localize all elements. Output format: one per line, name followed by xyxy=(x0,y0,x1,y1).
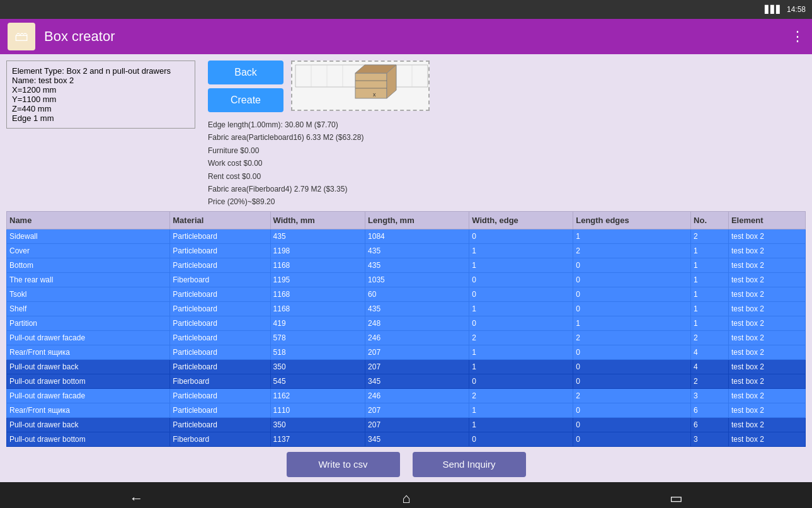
table-cell: test box 2 xyxy=(728,403,805,417)
table-cell: Sidewall xyxy=(7,229,170,243)
table-cell: 419 xyxy=(270,316,365,330)
table-cell: 2 xyxy=(469,330,573,345)
write-csv-button[interactable]: Write to csv xyxy=(287,452,400,477)
y-dim: Y=1100 mm xyxy=(12,95,190,104)
table-cell: 0 xyxy=(469,316,573,330)
col-width-mm: Width, mm xyxy=(270,211,365,229)
table-cell: 1 xyxy=(691,287,729,301)
signal-icon: ▋▋▋ xyxy=(765,5,782,14)
create-button[interactable]: Create xyxy=(208,88,283,112)
table-cell: 1195 xyxy=(270,272,365,287)
nav-back-button[interactable]: ← xyxy=(129,490,143,507)
table-row[interactable]: Pull-out drawer backParticleboard3502071… xyxy=(7,359,806,374)
table-cell: test box 2 xyxy=(728,330,805,345)
svg-rect-11 xyxy=(355,73,387,98)
table-cell: 207 xyxy=(365,345,469,359)
table-cell: 2 xyxy=(691,330,729,345)
table-cell: 1 xyxy=(691,243,729,258)
table-cell: 2 xyxy=(573,243,691,258)
box-preview-svg: x xyxy=(291,61,430,111)
table-cell: The rear wall xyxy=(7,272,170,287)
table-cell: Cover xyxy=(7,243,170,258)
table-cell: 1198 xyxy=(270,243,365,258)
table-row[interactable]: Rear/Front ящикаParticleboard1110207106t… xyxy=(7,403,806,417)
table-cell: 1137 xyxy=(270,432,365,446)
table-row[interactable]: Pull-out drawer facadeParticleboard11622… xyxy=(7,388,806,403)
table-cell: 578 xyxy=(270,330,365,345)
table-row[interactable]: ShelfParticleboard1168435101test box 2 xyxy=(7,301,806,316)
table-cell: 435 xyxy=(365,258,469,272)
table-row[interactable]: The rear wallFiberboard11951035001test b… xyxy=(7,272,806,287)
table-cell: 4 xyxy=(691,359,729,374)
table-row[interactable]: BottomParticleboard1168435101test box 2 xyxy=(7,258,806,272)
cost-edge: Edge length(1.00mm): 30.80 M ($7.70) xyxy=(208,118,430,131)
table-cell: 435 xyxy=(270,229,365,243)
table-cell: 1 xyxy=(573,229,691,243)
table-row[interactable]: CoverParticleboard1198435121test box 2 xyxy=(7,243,806,258)
table-cell: test box 2 xyxy=(728,345,805,359)
col-length-edges: Length edges xyxy=(573,211,691,229)
table-cell: test box 2 xyxy=(728,432,805,446)
table-cell: test box 2 xyxy=(728,301,805,316)
z-dim: Z=440 mm xyxy=(12,104,190,113)
table-cell: 545 xyxy=(270,374,365,388)
back-button[interactable]: Back xyxy=(208,61,283,84)
table-cell: Rear/Front ящика xyxy=(7,345,170,359)
table-cell: Particleboard xyxy=(170,258,270,272)
table-row[interactable]: SidewallParticleboard4351084012test box … xyxy=(7,229,806,243)
table-cell: 1168 xyxy=(270,258,365,272)
element-type: Element Type: Box 2 and n pull-out drawe… xyxy=(12,66,190,76)
table-cell: 345 xyxy=(365,432,469,446)
nav-recent-button[interactable]: ▭ xyxy=(670,490,683,507)
table-cell: Pull-out drawer bottom xyxy=(7,374,170,388)
table-cell: Fiberboard xyxy=(170,432,270,446)
table-cell: Fiberboard xyxy=(170,272,270,287)
right-panel: Back Create xyxy=(208,61,430,209)
svg-text:x: x xyxy=(373,91,376,98)
col-no: No. xyxy=(691,211,729,229)
table-cell: 207 xyxy=(365,359,469,374)
table-cell: Pull-out drawer back xyxy=(7,359,170,374)
table-cell: 2 xyxy=(691,374,729,388)
table-cell: 0 xyxy=(573,432,691,446)
table-cell: 0 xyxy=(469,229,573,243)
table-cell: Particleboard xyxy=(170,388,270,403)
table-cell: 6 xyxy=(691,417,729,432)
table-cell: 1084 xyxy=(365,229,469,243)
table-cell: 1 xyxy=(691,316,729,330)
table-cell: 1 xyxy=(469,345,573,359)
table-cell: Particleboard xyxy=(170,345,270,359)
table-cell: 0 xyxy=(573,403,691,417)
nav-home-button[interactable]: ⌂ xyxy=(402,490,410,507)
table-row[interactable]: TsoklParticleboard116860001test box 2 xyxy=(7,287,806,301)
table-cell: 0 xyxy=(469,287,573,301)
table-cell: 435 xyxy=(365,243,469,258)
table-cell: Particleboard xyxy=(170,287,270,301)
menu-button[interactable]: ⋮ xyxy=(791,28,804,45)
table-row[interactable]: PartitionParticleboard419248011test box … xyxy=(7,316,806,330)
info-box: Element Type: Box 2 and n pull-out drawe… xyxy=(6,61,195,129)
col-name: Name xyxy=(7,211,170,229)
table-cell: test box 2 xyxy=(728,243,805,258)
table-cell: 518 xyxy=(270,345,365,359)
table-row[interactable]: Pull-out drawer bottomFiberboard11373450… xyxy=(7,432,806,446)
table-row[interactable]: Pull-out drawer backParticleboard3502071… xyxy=(7,417,806,432)
action-buttons: Back Create xyxy=(208,61,283,116)
table-cell: 246 xyxy=(365,330,469,345)
table-cell: Shelf xyxy=(7,301,170,316)
table-cell: 1 xyxy=(469,417,573,432)
table-cell: test box 2 xyxy=(728,374,805,388)
col-width-edge: Width, edge xyxy=(469,211,573,229)
table-cell: 1 xyxy=(691,272,729,287)
table-cell: 0 xyxy=(573,287,691,301)
table-row[interactable]: Pull-out drawer facadeParticleboard57824… xyxy=(7,330,806,345)
table-row[interactable]: Rear/Front ящикаParticleboard518207104te… xyxy=(7,345,806,359)
time-display: 14:58 xyxy=(787,5,806,14)
table-cell: Particleboard xyxy=(170,316,270,330)
send-inquiry-button[interactable]: Send Inquiry xyxy=(413,452,526,477)
table-row[interactable]: Pull-out drawer bottomFiberboard54534500… xyxy=(7,374,806,388)
table-cell: 0 xyxy=(573,258,691,272)
table-cell: Particleboard xyxy=(170,301,270,316)
table-cell: 0 xyxy=(573,345,691,359)
top-section: Element Type: Box 2 and n pull-out drawe… xyxy=(6,61,806,209)
